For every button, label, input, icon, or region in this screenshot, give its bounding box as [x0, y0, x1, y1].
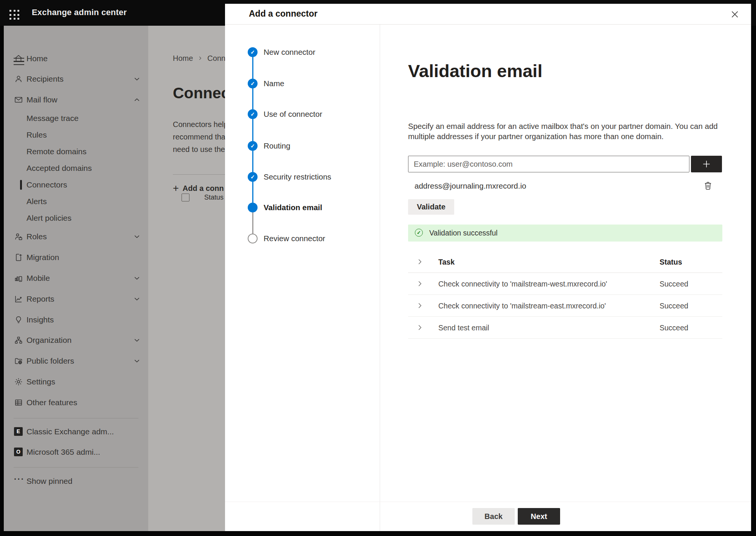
sidebar-item-accepted-domains[interactable]: Accepted domains	[4, 160, 148, 177]
sidebar-item-alert-policies[interactable]: Alert policies	[4, 210, 148, 226]
status-column-header: Status	[204, 194, 224, 201]
page-title: Connect	[173, 84, 225, 102]
breadcrumb: HomeConn	[173, 54, 225, 63]
breadcrumb-home-link[interactable]: Home	[173, 54, 193, 62]
sidebar-item-roles[interactable]: Roles	[4, 228, 148, 245]
status-cell: Succeed	[660, 317, 688, 339]
document-arrow-icon	[14, 253, 23, 262]
wizard-step-new-connector[interactable]: New connector	[264, 46, 315, 58]
home-icon	[14, 54, 23, 63]
chevron-down-icon	[134, 358, 140, 364]
step-connector-line	[252, 212, 253, 234]
back-button[interactable]: Back	[472, 508, 515, 525]
sidebar-item-rules[interactable]: Rules	[4, 127, 148, 143]
sidebar-item-reports[interactable]: Reports	[4, 291, 148, 307]
selected-indicator	[20, 180, 22, 190]
select-all-checkbox[interactable]	[182, 194, 189, 201]
validation-results-table: Task Status Check connectivity to 'mails…	[408, 251, 722, 339]
step-upcoming-icon	[248, 234, 258, 243]
wizard-step-use-of-connector[interactable]: Use of connector	[264, 108, 322, 120]
exchange-admin-center-app: Exchange admin center Home Recipients Ma…	[0, 0, 756, 536]
next-button[interactable]: Next	[518, 508, 560, 525]
wizard-step-name[interactable]: Name	[264, 78, 284, 89]
sidebar-item-settings[interactable]: Settings	[4, 373, 148, 390]
wizard-steps-nav: ✓ New connector ✓ Name ✓ Use of connecto…	[225, 25, 380, 531]
page-description: Connectors help recommend tha need to us…	[173, 118, 225, 156]
status-cell: Succeed	[660, 273, 688, 295]
folder-globe-icon	[14, 356, 23, 366]
task-cell: Check connectivity to 'mailstream-west.m…	[438, 273, 607, 295]
add-connector-panel: Add a connector ✓ New connector ✓ Name ✓…	[225, 4, 751, 531]
add-address-button[interactable]	[691, 156, 722, 172]
org-chart-icon	[14, 336, 23, 345]
lightbulb-icon	[14, 315, 23, 324]
chevron-up-icon	[134, 96, 140, 103]
sidebar-item-alerts[interactable]: Alerts	[4, 193, 148, 210]
expand-row-icon[interactable]	[416, 280, 424, 287]
sidebar-item-show-pinned[interactable]: ··· Show pinned	[4, 473, 148, 490]
task-column-header: Task	[438, 251, 455, 273]
sidebar-divider	[14, 467, 138, 468]
plus-icon: +	[173, 183, 179, 194]
step-connector-line	[252, 57, 253, 79]
sidebar-item-remote-domains[interactable]: Remote domains	[4, 143, 148, 160]
chevron-right-icon[interactable]	[416, 258, 424, 265]
step-connector-line	[252, 119, 253, 141]
wizard-step-review-connector[interactable]: Review connector	[264, 233, 325, 244]
step-current-icon	[248, 203, 258, 212]
delete-address-icon[interactable]	[703, 181, 713, 191]
sidebar-item-microsoft-365-admin[interactable]: O Microsoft 365 admi...	[4, 444, 148, 460]
table-row: Check connectivity to 'mailstream-east.m…	[408, 295, 722, 317]
sidebar-item-home[interactable]: Home	[4, 50, 148, 67]
table-row: Send test email Succeed	[408, 317, 722, 339]
app-title: Exchange admin center	[32, 0, 127, 26]
toolbar-divider	[173, 174, 225, 175]
validation-success-banner: ✓ Validation successful	[408, 225, 722, 242]
sidebar-item-connectors[interactable]: Connectors	[4, 177, 148, 193]
sidebar-item-organization[interactable]: Organization	[4, 332, 148, 349]
expand-row-icon[interactable]	[416, 302, 424, 309]
sidebar-item-insights[interactable]: Insights	[4, 311, 148, 328]
chart-phone-icon	[14, 274, 23, 283]
plus-icon	[702, 159, 711, 169]
ellipsis-icon: ···	[14, 474, 24, 484]
envelope-icon	[14, 95, 23, 104]
panel-header: Add a connector	[225, 4, 751, 25]
office-logo-icon: O	[14, 448, 23, 456]
table-grid-icon	[14, 398, 23, 407]
success-check-icon: ✓	[415, 229, 423, 237]
step-heading: Validation email	[408, 60, 542, 81]
success-message: Validation successful	[429, 225, 498, 242]
sidebar-item-public-folders[interactable]: Public folders	[4, 353, 148, 369]
close-icon[interactable]	[730, 9, 740, 19]
address-text: address@journaling.mxrecord.io	[414, 177, 526, 195]
background-content-area: HomeConn Connect Connectors help recomme…	[148, 26, 225, 531]
sidebar-item-message-trace[interactable]: Message trace	[4, 110, 148, 127]
sidebar-divider	[14, 418, 138, 418]
exchange-logo-icon: E	[14, 427, 23, 436]
sidebar-item-mobile[interactable]: Mobile	[4, 270, 148, 287]
breadcrumb-current: Conn	[207, 54, 225, 62]
sidebar-item-classic-exchange-admin[interactable]: E Classic Exchange adm...	[4, 423, 148, 440]
step-check-icon: ✓	[248, 172, 258, 182]
email-address-input[interactable]	[408, 156, 689, 172]
sidebar-item-other-features[interactable]: Other features	[4, 394, 148, 411]
status-column-header: Status	[660, 251, 682, 273]
sidebar-item-migration[interactable]: Migration	[4, 249, 148, 266]
table-row: Check connectivity to 'mailstream-west.m…	[408, 273, 722, 295]
app-launcher-icon[interactable]	[9, 10, 20, 20]
wizard-step-validation-email[interactable]: Validation email	[264, 202, 322, 213]
step-check-icon: ✓	[248, 79, 258, 88]
expand-row-icon[interactable]	[416, 324, 424, 331]
footer-divider	[225, 502, 751, 502]
wizard-step-security-restrictions[interactable]: Security restrictions	[264, 171, 331, 183]
step-check-icon: ✓	[248, 109, 258, 119]
task-cell: Send test email	[438, 317, 489, 339]
validate-button[interactable]: Validate	[408, 199, 454, 215]
line-chart-icon	[14, 294, 23, 304]
wizard-step-routing[interactable]: Routing	[264, 140, 290, 152]
gear-icon	[14, 377, 23, 386]
sidebar-item-recipients[interactable]: Recipients	[4, 71, 148, 87]
sidebar-item-mail-flow[interactable]: Mail flow	[4, 91, 148, 108]
chevron-down-icon	[134, 296, 140, 302]
